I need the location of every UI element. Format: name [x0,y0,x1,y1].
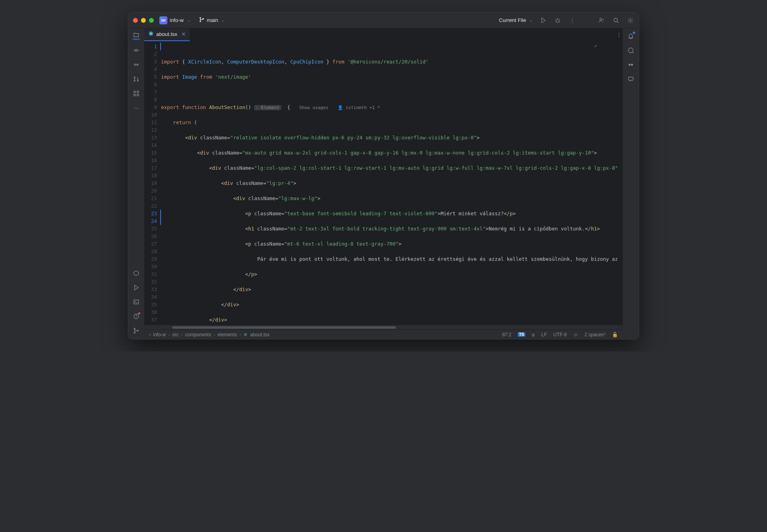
svg-rect-18 [137,94,139,96]
code-editor[interactable]: 1234567891011121314151617181920212223242… [144,41,623,325]
close-window-button[interactable] [133,18,138,23]
str: "mt-6 text-xl leading-8 text-gray-700" [284,241,399,247]
svg-point-29 [631,64,633,66]
str: "mt-2 text-3xl font-bold tracking-tight … [287,226,486,232]
text: Pár éve mi is pont ott voltunk, ahol mos… [257,256,617,262]
str: "lg:col-span-2 lg:col-start-1 lg:row-sta… [254,165,617,171]
commit-tool-icon[interactable] [133,47,140,54]
editor-tabs: about.tsx ✕ ⋮ [144,28,623,41]
crumb[interactable]: about.tsx [250,332,270,337]
svg-point-6 [630,20,631,21]
titlebar: IW info-w ⌄ main ⌄ Current File ⌄ ⋮ [128,12,639,28]
ide-window: IW info-w ⌄ main ⌄ Current File ⌄ ⋮ [128,12,639,339]
run-config-selector[interactable]: Current File ⌄ [499,17,533,23]
run-icon[interactable] [540,17,547,24]
svg-rect-17 [134,94,135,96]
project-tool-icon[interactable] [133,32,140,40]
svg-rect-30 [628,77,633,80]
tab-about-tsx[interactable]: about.tsx ✕ [144,28,190,41]
caret-position[interactable]: 87:2 [502,332,511,337]
left-tool-rail: ⋯ [128,28,144,339]
inspection-ok-icon[interactable]: ✓ [594,42,597,50]
svg-point-3 [556,19,559,22]
fn-name: AboutSection [209,104,245,110]
svg-point-28 [629,64,631,66]
chevron-down-icon: ⌄ [221,18,225,22]
svg-point-14 [137,80,139,81]
services-icon[interactable] [133,270,140,277]
breadcrumb[interactable]: ▫ info-w› src› components› elements› ⚛ a… [144,330,623,339]
more-tools-icon[interactable]: ⋯ [133,104,140,111]
prettier-icon[interactable]: ⧈ [532,332,535,337]
git-tool-icon[interactable] [133,327,140,334]
horizontal-scrollbar[interactable] [144,325,623,330]
problems-icon[interactable] [133,313,140,320]
run-tool-icon[interactable] [133,284,140,291]
search-icon[interactable] [612,17,620,24]
minimize-window-button[interactable] [141,18,146,23]
crumb[interactable]: info-w [153,332,166,337]
react-file-icon [148,31,154,38]
right-tool-rail [623,28,639,339]
notifications-icon[interactable] [627,32,634,40]
author-hint[interactable]: istinmth +1 * [346,105,380,110]
project-name: info-w [170,17,184,23]
svg-point-7 [135,50,137,52]
crumb[interactable]: elements [218,332,237,337]
line-sep[interactable]: LF [541,332,547,337]
svg-point-5 [614,18,618,22]
svg-point-11 [137,64,138,65]
str: "lg:pr-4" [266,180,293,186]
str: "mx-auto grid max-w-2xl grid-cols-1 gap-… [242,150,594,156]
structure-tool-icon[interactable] [133,90,140,97]
show-usages-hint[interactable]: Show usages [299,105,328,110]
type-hint: : Element [254,105,281,110]
copilot-panel-icon[interactable] [627,61,634,68]
branch-icon [199,17,205,24]
text: Miért minket válassz? [441,210,504,216]
svg-point-23 [137,330,139,332]
str: '@heroicons/react/20/solid' [348,59,429,65]
git-branch-selector[interactable]: main ⌄ [199,17,225,24]
project-badge: IW [159,16,167,24]
tab-filename: about.tsx [156,31,177,37]
editor-scrollbar[interactable] [617,41,623,325]
str: "lg:max-w-lg" [278,195,318,201]
indent[interactable]: 2 spaces* [584,332,606,337]
svg-point-1 [200,21,201,22]
ident: CpuChipIcon [290,59,324,65]
tab-menu-icon[interactable]: ⋮ [615,31,623,38]
project-selector[interactable]: IW info-w ⌄ [159,16,190,24]
code-content[interactable]: ✓ import { XCircleIcon, ComputerDesktopI… [161,41,617,325]
terminal-icon[interactable] [133,298,140,306]
str: 'next/image' [215,74,251,80]
debug-icon[interactable] [554,17,561,24]
copilot-status-icon[interactable]: ☺ [573,332,578,337]
close-tab-icon[interactable]: ✕ [181,31,186,37]
settings-icon[interactable] [627,17,634,24]
encoding[interactable]: UTF-8 [553,332,567,337]
str: "relative isolate overflow-hidden px-6 p… [230,135,477,141]
chevron-down-icon: ⌄ [529,18,533,22]
crumb[interactable]: components [185,332,211,337]
chevron-down-icon: ⌄ [187,18,190,22]
copilot-chat-icon[interactable] [627,75,634,83]
ts-icon[interactable]: TS [518,332,525,337]
svg-point-21 [134,328,135,330]
scrollbar-thumb[interactable] [172,326,396,329]
ai-assistant-icon[interactable] [627,47,634,54]
svg-point-10 [135,64,135,65]
readonly-icon[interactable]: 🔓 [612,332,618,337]
code-with-me-icon[interactable] [598,17,605,24]
svg-point-22 [134,332,135,333]
window-controls [133,18,154,23]
maximize-window-button[interactable] [149,18,154,23]
str: "text-base font-semibold leading-7 text-… [284,210,438,216]
svg-point-0 [200,17,201,18]
copilot-icon[interactable] [133,61,140,68]
crumb[interactable]: src [172,332,179,337]
more-icon[interactable]: ⋮ [568,17,576,24]
svg-point-4 [600,18,602,20]
svg-rect-15 [134,91,135,93]
pull-requests-icon[interactable] [133,75,140,83]
